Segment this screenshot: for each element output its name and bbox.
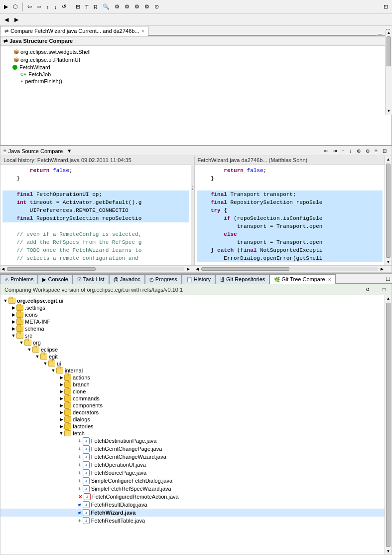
git-item-actions[interactable]: ▶ actions <box>0 374 385 381</box>
down-button[interactable]: ↓ <box>52 2 59 11</box>
tab-tasklist[interactable]: ☑ Task List <box>73 274 109 284</box>
git-item-org[interactable]: ▼ org <box>0 339 385 346</box>
git-item-fetchresultdialog[interactable]: ≠ J FetchResultDialog.java <box>0 501 385 509</box>
maximize-bottom-button[interactable]: □ <box>384 274 392 284</box>
git-item-fetchconfigremote[interactable]: ✕ J FetchConfiguredRemoteAction.java <box>0 493 385 501</box>
git-refresh-btn[interactable]: ↺ <box>364 286 372 293</box>
git-item-egit[interactable]: ▼ egit <box>0 353 385 360</box>
next-edit-button[interactable]: ⇨ <box>35 2 43 11</box>
expand-icons[interactable]: ▶ <box>10 312 16 317</box>
expand-eclipse[interactable]: ▼ <box>26 347 32 352</box>
git-item-fetchopui[interactable]: + J FetchOperationUI.java <box>0 461 385 469</box>
git-maximize-btn[interactable]: □ <box>381 286 388 293</box>
left-hscroll[interactable]: ◀ ▶ <box>0 266 191 272</box>
git-item-clone[interactable]: ▶ clone <box>0 388 385 395</box>
git-tree-close[interactable]: × <box>328 277 331 282</box>
tool4-button[interactable]: ⚙ <box>142 2 151 11</box>
src-tool8[interactable]: ⊡ <box>381 147 389 155</box>
git-item-ui[interactable]: ▼ ui <box>0 360 385 367</box>
tab-git-tree[interactable]: 🌿 Git Tree Compare × <box>269 274 335 284</box>
expand-components[interactable]: ▶ <box>58 403 64 408</box>
expand-clone[interactable]: ▶ <box>58 389 64 394</box>
hscroll-left[interactable]: ◀ <box>0 266 5 272</box>
vscroll-up[interactable]: ▲ <box>385 156 392 163</box>
git-item-fetchsrc[interactable]: + J FetchSourcePage.java <box>0 469 385 477</box>
scroll-down-btn[interactable]: ▼ <box>386 108 392 114</box>
git-item-icons[interactable]: ▶ icons <box>0 311 385 318</box>
src-tool4[interactable]: ↓ <box>347 147 354 155</box>
tree-item-performfinish[interactable]: ● performFinish() <box>20 78 388 85</box>
tab-javadoc[interactable]: @ Javadoc <box>109 274 145 284</box>
git-item-fetchgerritchange[interactable]: + J FetchGerritChangePage.java <box>0 445 385 453</box>
fwd-nav-button[interactable]: ▶ <box>12 15 21 24</box>
run-button[interactable]: ▶ <box>2 2 10 11</box>
git-item-branch[interactable]: ▶ branch <box>0 381 385 388</box>
expand-metainf[interactable]: ▶ <box>10 319 16 324</box>
expand-decorators[interactable]: ▶ <box>58 410 64 415</box>
debug-button[interactable]: ⬡ <box>11 2 20 11</box>
git-vscroll-up[interactable]: ▲ <box>385 295 392 302</box>
git-item-components[interactable]: ▶ components <box>0 402 385 409</box>
git-item-fetchdest[interactable]: + J FetchDestinationPage.java <box>0 437 385 445</box>
src-tool3[interactable]: ↑ <box>340 147 346 155</box>
expand-src[interactable]: ▼ <box>10 333 16 338</box>
git-item-schema[interactable]: ▶ schema <box>0 325 385 332</box>
vscroll-down[interactable]: ▼ <box>385 259 392 265</box>
tree-item-platformui[interactable]: 📦 org.eclipse.ui.PlatformUI <box>12 56 388 64</box>
expand-settings[interactable]: ▶ <box>10 305 16 310</box>
tool5-button[interactable]: ⊙ <box>152 2 161 11</box>
search-button[interactable]: 🔍 <box>101 2 112 11</box>
expand-org[interactable]: ▼ <box>18 340 24 345</box>
tool2-button[interactable]: ⚙ <box>123 2 131 11</box>
tab-git-repos[interactable]: 🗄 Git Repositories <box>215 274 269 284</box>
expand-factories[interactable]: ▶ <box>58 424 64 429</box>
git-item-dialogs[interactable]: ▶ dialogs <box>0 416 385 423</box>
tool3-button[interactable]: ⚙ <box>132 2 141 11</box>
git-item-fetchresulttable[interactable]: + J FetchResultTable.java <box>0 517 385 525</box>
git-item-fetchwizard[interactable]: ≠ J FetchWizard.java <box>0 509 385 517</box>
scroll-up-btn[interactable]: ▲ <box>386 30 392 35</box>
expand-actions[interactable]: ▶ <box>58 375 64 380</box>
git-item-root[interactable]: ▼ org.eclipse.egit.ui <box>0 297 385 304</box>
expand-branch[interactable]: ▶ <box>58 382 64 387</box>
source-dropdown-btn[interactable]: ▼ <box>65 147 74 155</box>
expand-dialogs[interactable]: ▶ <box>58 417 64 422</box>
src-tool6[interactable]: ⊖ <box>364 147 372 155</box>
src-tool5[interactable]: ⊕ <box>355 147 363 155</box>
git-item-factories[interactable]: ▶ factories <box>0 423 385 430</box>
git-item-eclipse[interactable]: ▼ eclipse <box>0 346 385 353</box>
git-vscroll-down[interactable]: ▼ <box>385 548 392 555</box>
refresh-button[interactable]: ↺ <box>60 2 68 11</box>
expand-root[interactable]: ▼ <box>2 298 8 303</box>
perspective-button[interactable]: ⊡ <box>382 2 390 11</box>
structure-scrollbar[interactable]: ▲ ▼ <box>385 30 392 115</box>
minimize-compare-button[interactable]: _ <box>377 26 384 35</box>
back-nav-button[interactable]: ◀ <box>2 15 11 24</box>
git-minimize-btn[interactable]: _ <box>373 286 380 293</box>
git-tree-vscroll[interactable]: ▲ ▼ <box>385 295 392 555</box>
git-item-src[interactable]: ▼ src <box>0 332 385 339</box>
hscroll-left2[interactable]: ◀ <box>195 266 200 272</box>
tab-problems[interactable]: ⚠ Problems <box>0 274 38 284</box>
expand-commands[interactable]: ▶ <box>58 396 64 401</box>
git-item-settings[interactable]: ▶ .settings <box>0 304 385 311</box>
expand-egit[interactable]: ▼ <box>34 354 40 359</box>
git-item-fetchgerritwiz[interactable]: + J FetchGerritChangeWizard.java <box>0 453 385 461</box>
src-tool7[interactable]: ≡ <box>373 147 380 155</box>
right-hscroll[interactable]: ◀ ▶ <box>195 266 385 272</box>
tab-progress[interactable]: ◷ Progress <box>145 274 182 284</box>
expand-fetch[interactable]: ▼ <box>58 431 64 436</box>
hscroll-right2[interactable]: ▶ <box>380 266 385 272</box>
git-item-fetch[interactable]: ▼ fetch <box>0 430 385 437</box>
expand-ui[interactable]: ▼ <box>42 361 48 366</box>
src-tool1[interactable]: ⇤ <box>322 147 330 155</box>
open-res-button[interactable]: R <box>92 2 100 11</box>
src-tool2[interactable]: ⇥ <box>331 147 339 155</box>
hscroll-right[interactable]: ▶ <box>186 266 191 272</box>
git-item-decorators[interactable]: ▶ decorators <box>0 409 385 416</box>
right-source-content[interactable]: return false; } final Transport transpor… <box>195 165 385 265</box>
up-button[interactable]: ↑ <box>44 2 51 11</box>
git-item-simpleconfigfetch[interactable]: + J SimpleConfigureFetchDialog.java <box>0 477 385 485</box>
left-source-content[interactable]: return false; } final FetchOperationUI o… <box>0 165 191 265</box>
source-vscroll[interactable]: ▲ ▼ <box>385 156 392 265</box>
